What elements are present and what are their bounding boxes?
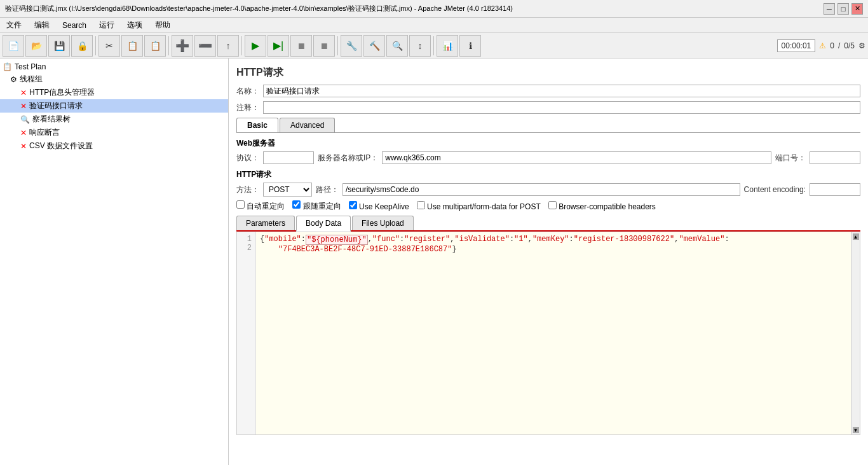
- paste-button[interactable]: 📋: [144, 35, 166, 57]
- maximize-button[interactable]: □: [837, 3, 849, 15]
- menu-edit[interactable]: 编辑: [31, 18, 53, 32]
- timer-value: 00:00:01: [777, 39, 816, 52]
- checkbox-browser-headers[interactable]: Browser-compatible headers: [548, 201, 656, 211]
- scroll-down-button[interactable]: ▼: [853, 427, 859, 433]
- toolbar: 📄 📂 💾 🔒 ✂ 📋 📋 ➕ ➖ ↑ ▶ ▶| ⏹ ⏹ 🔧 🔨 🔍 ↕ 📊 ℹ…: [0, 33, 868, 59]
- method-label: 方法：: [236, 184, 259, 195]
- clear-button[interactable]: ↕: [409, 35, 431, 57]
- sidebar-item-label: HTTP信息头管理器: [29, 87, 95, 98]
- menu-search[interactable]: Search: [58, 20, 90, 31]
- run-button[interactable]: ▶: [245, 35, 266, 57]
- move-up-button[interactable]: ↑: [217, 35, 239, 57]
- checkbox-keepalive[interactable]: Use KeepAlive: [349, 201, 409, 211]
- tab-body-data[interactable]: Body Data: [296, 216, 351, 232]
- path-input[interactable]: [342, 183, 740, 196]
- minimize-button[interactable]: ─: [824, 3, 835, 15]
- protocol-input[interactable]: [263, 151, 314, 164]
- sep1: [95, 36, 96, 55]
- remote-stop-button[interactable]: 🔨: [363, 35, 385, 57]
- panel-title: HTTP请求: [236, 66, 860, 80]
- result-tree-icon: 🔍: [20, 115, 30, 124]
- checkboxes-row: 自动重定向 跟随重定向 Use KeepAlive Use multipart/…: [236, 200, 860, 212]
- method-path-row: 方法： POST GET PUT DELETE 路径： Content enco…: [236, 183, 860, 197]
- sep5: [433, 36, 434, 55]
- scrollbar-vertical[interactable]: ▲ ▼: [851, 232, 860, 434]
- sidebar-item-label: Test Plan: [15, 62, 46, 71]
- path-label: 路径：: [316, 184, 339, 195]
- menubar: 文件 编辑 Search 运行 选项 帮助: [0, 18, 868, 33]
- sidebar-item-csv[interactable]: ✕ CSV 数据文件设置: [0, 139, 228, 153]
- http-panel: HTTP请求 名称： 注释： Basic Advanced Web服务器 协议：: [234, 64, 863, 438]
- menu-options[interactable]: 选项: [123, 18, 146, 32]
- save-button[interactable]: 💾: [48, 35, 70, 57]
- web-server-header: Web服务器: [236, 138, 860, 149]
- remote-start-button[interactable]: 🔧: [341, 35, 362, 57]
- testplan-icon: 📋: [3, 62, 12, 71]
- menu-help[interactable]: 帮助: [151, 18, 174, 32]
- encoding-input[interactable]: [810, 183, 860, 196]
- stop2-button[interactable]: ⏹: [313, 35, 335, 57]
- method-select[interactable]: POST GET PUT DELETE: [263, 183, 312, 197]
- port-label: 端口号：: [775, 153, 806, 163]
- warning-count: 0: [830, 41, 834, 50]
- menu-run[interactable]: 运行: [95, 18, 118, 32]
- run-all-button[interactable]: ▶|: [268, 35, 289, 57]
- body-tabs: Parameters Body Data Files Upload: [236, 216, 860, 232]
- search-icon-button[interactable]: 🔍: [386, 35, 408, 57]
- http-request-header: HTTP请求: [236, 169, 860, 180]
- copy-button[interactable]: 📋: [121, 35, 143, 57]
- settings-icon[interactable]: ⚙: [858, 41, 865, 50]
- main-tabs: Basic Advanced: [236, 118, 860, 133]
- remove-button[interactable]: ➖: [194, 35, 216, 57]
- comment-input[interactable]: [263, 101, 860, 114]
- timer-display: 00:00:01 ⚠ 0 / 0/5 ⚙: [777, 39, 865, 52]
- content-panel: HTTP请求 名称： 注释： Basic Advanced Web服务器 协议：: [229, 59, 868, 465]
- tab-advanced[interactable]: Advanced: [280, 118, 335, 132]
- sidebar-item-label: 验证码接口请求: [29, 101, 83, 111]
- tab-basic[interactable]: Basic: [236, 118, 278, 132]
- close-button[interactable]: ✕: [851, 3, 863, 15]
- code-text-area[interactable]: {"mobile": "${phoneNum}","func":"registe…: [256, 232, 851, 434]
- name-input[interactable]: [263, 85, 860, 97]
- checkbox-follow-redirect[interactable]: 跟随重定向: [292, 200, 341, 212]
- checkbox-auto-redirect[interactable]: 自动重定向: [236, 200, 285, 212]
- menu-file[interactable]: 文件: [3, 18, 25, 32]
- lock-button[interactable]: 🔒: [71, 35, 93, 57]
- server-input[interactable]: [382, 151, 771, 164]
- checkbox-multipart[interactable]: Use multipart/form-data for POST: [417, 201, 541, 211]
- warning-icon: ⚠: [819, 41, 826, 50]
- code-line-2: "7F4BEC3A-BE2F-48C7-91ED-33887E186C87"}: [260, 245, 847, 254]
- comment-label: 注释：: [236, 102, 259, 113]
- sidebar-item-testplan[interactable]: 📋 Test Plan: [0, 61, 228, 73]
- window-controls: ─ □ ✕: [824, 3, 863, 15]
- tab-files-upload[interactable]: Files Upload: [352, 216, 414, 230]
- port-input[interactable]: [810, 151, 860, 164]
- threadgroup-icon: ⚙: [10, 75, 17, 84]
- sep3: [241, 36, 242, 55]
- new-button[interactable]: 📄: [3, 35, 24, 57]
- title-text: 验证码接口测试.jmx (I:\Users\dengdai68\Download…: [5, 4, 513, 13]
- tab-parameters[interactable]: Parameters: [236, 216, 295, 230]
- main-layout: 📋 Test Plan ⚙ 线程组 ✕ HTTP信息头管理器 ✕ 验证码接口请求…: [0, 59, 868, 465]
- sidebar-item-label: 响应断言: [29, 127, 60, 138]
- sidebar-item-http-header[interactable]: ✕ HTTP信息头管理器: [0, 86, 228, 99]
- run-separator: /: [838, 41, 840, 50]
- name-label: 名称：: [236, 86, 259, 97]
- add-button[interactable]: ➕: [172, 35, 193, 57]
- sidebar-item-http-request[interactable]: ✕ 验证码接口请求: [0, 99, 228, 113]
- stop-button[interactable]: ⏹: [290, 35, 312, 57]
- sidebar: 📋 Test Plan ⚙ 线程组 ✕ HTTP信息头管理器 ✕ 验证码接口请求…: [0, 59, 229, 465]
- cut-button[interactable]: ✂: [98, 35, 120, 57]
- name-row: 名称：: [236, 85, 860, 97]
- sidebar-item-assertion[interactable]: ✕ 响应断言: [0, 126, 228, 139]
- comment-row: 注释：: [236, 101, 860, 114]
- sidebar-item-result-tree[interactable]: 🔍 察看结果树: [0, 113, 228, 126]
- report-button[interactable]: 📊: [437, 35, 458, 57]
- info-button[interactable]: ℹ: [459, 35, 481, 57]
- csv-icon: ✕: [20, 142, 27, 151]
- scroll-up-button[interactable]: ▲: [853, 233, 859, 240]
- open-button[interactable]: 📂: [25, 35, 47, 57]
- sidebar-item-threadgroup[interactable]: ⚙ 线程组: [0, 73, 228, 86]
- sidebar-item-label: 察看结果树: [32, 114, 71, 125]
- sidebar-item-label: CSV 数据文件设置: [29, 141, 93, 151]
